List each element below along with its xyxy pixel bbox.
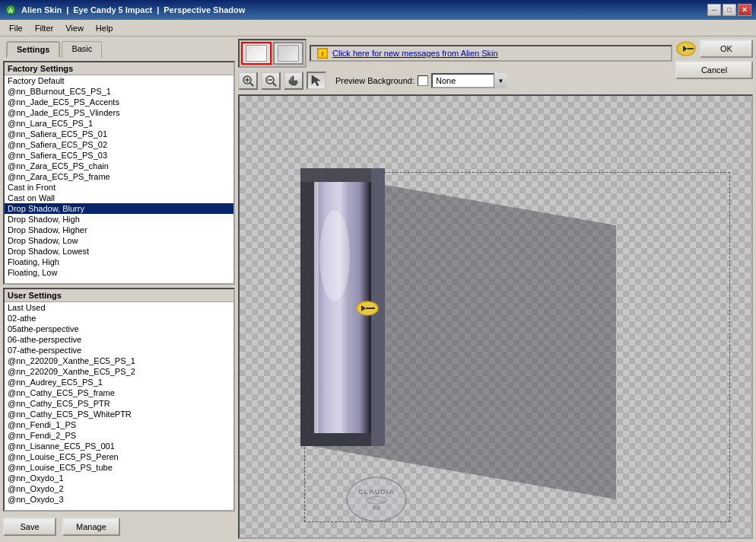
svg-text:A: A <box>8 7 14 14</box>
preview-bg-checkbox[interactable] <box>418 75 428 86</box>
toolbar-row: Preview Background: None White Black Gra… <box>238 70 753 91</box>
factory-settings-list[interactable]: Factory Default@nn_BBurnout_EC5_PS_1@nn_… <box>5 75 233 283</box>
user-list-item[interactable]: @nn_Cathy_EC5_PS_WhitePTR <box>5 409 233 419</box>
user-list-item[interactable]: @nn_Fendi_2_PS <box>5 430 233 441</box>
bottom-buttons: Save Manage <box>3 515 235 539</box>
svg-point-23 <box>319 210 350 301</box>
factory-list-item[interactable]: @nn_Jade_EC5_PS_Accents <box>5 97 233 107</box>
user-settings-header: User Settings <box>5 289 233 302</box>
factory-list-item[interactable]: Cast in Front <box>5 182 233 193</box>
svg-line-12 <box>273 83 276 86</box>
preview-thumbs <box>238 39 307 68</box>
title-bar: A Alien Skin | Eye Candy 5 Impact | Pers… <box>0 0 756 20</box>
factory-list-item[interactable]: @nn_Zara_EC5_PS_chain <box>5 161 233 171</box>
tool-zoom-in-button[interactable] <box>238 72 258 90</box>
title-separator2: | <box>157 5 159 14</box>
factory-list-item[interactable]: Floating, Low <box>5 267 233 278</box>
menu-view[interactable]: View <box>59 22 90 34</box>
factory-list-item[interactable]: @nn_Zara_EC5_PS_frame <box>5 171 233 182</box>
tool-zoom-out-button[interactable] <box>261 72 281 90</box>
right-panel: ! Click here for new messages from Alien… <box>238 40 753 539</box>
preview-area: CLAUDIA PS <box>238 94 753 539</box>
user-list-item[interactable]: 07-athe-perspective <box>5 345 233 355</box>
preview-background-label: Preview Background: <box>335 76 415 85</box>
user-list-item[interactable]: @nn_Oxydo_2 <box>5 483 233 494</box>
factory-list-item[interactable]: Cast on Wall <box>5 193 233 203</box>
tab-basic[interactable]: Basic <box>62 41 102 58</box>
app-icon: A <box>5 4 17 16</box>
watermark-line2: PS <box>373 505 381 512</box>
title-separator1: | <box>66 5 68 14</box>
title-app-name: Alien Skin <box>21 5 62 14</box>
user-list-item[interactable]: 06-athe-perspective <box>5 334 233 345</box>
factory-settings-header: Factory Settings <box>5 62 233 75</box>
thumb-before[interactable] <box>241 42 272 65</box>
tool-arrow-button[interactable] <box>307 72 326 90</box>
user-list-item[interactable]: @nn_Oxydo_3 <box>5 494 233 505</box>
ok-icon <box>675 40 697 57</box>
factory-list-item[interactable]: @nn_Lara_EC5_PS_1 <box>5 118 233 129</box>
message-bar[interactable]: ! Click here for new messages from Alien… <box>310 45 672 62</box>
user-list-item[interactable]: @nn_Louise_EC5_PS_tube <box>5 462 233 473</box>
svg-rect-22 <box>314 182 319 433</box>
user-list-item[interactable]: 02-athe <box>5 313 233 324</box>
svg-text:!: ! <box>322 50 324 58</box>
cursor-hint <box>355 300 380 318</box>
menu-help[interactable]: Help <box>90 22 119 34</box>
left-panel: Settings Basic Factory Settings Factory … <box>3 40 235 539</box>
tab-settings[interactable]: Settings <box>6 41 60 58</box>
user-list-item[interactable]: @nn_Audrey_EC5_PS_1 <box>5 377 233 387</box>
menu-filter[interactable]: Filter <box>29 22 59 34</box>
message-text: Click here for new messages from Alien S… <box>332 49 498 58</box>
menu-bar: File Filter View Help <box>0 20 756 37</box>
user-list-item[interactable]: @nn_Cathy_EC5_PS_frame <box>5 387 233 398</box>
manage-button[interactable]: Manage <box>62 518 120 536</box>
user-list-item[interactable]: @nn_Louise_EC5_PS_Peren <box>5 451 233 462</box>
svg-marker-14 <box>312 75 320 86</box>
factory-list-item[interactable]: @nn_Safiera_EC5_PS_02 <box>5 139 233 150</box>
title-plugin-name: Eye Candy 5 Impact <box>73 5 152 14</box>
svg-line-8 <box>250 83 253 86</box>
factory-list-item[interactable]: Drop Shadow, Lowest <box>5 246 233 257</box>
factory-list-item[interactable]: Factory Default <box>5 75 233 86</box>
factory-list-item[interactable]: @nn_Jade_EC5_PS_Vlinders <box>5 107 233 118</box>
close-button[interactable]: ✕ <box>738 4 751 16</box>
right-toolbar: ! Click here for new messages from Alien… <box>238 40 753 67</box>
user-list-item[interactable]: @nn_Oxydo_1 <box>5 473 233 483</box>
save-button[interactable]: Save <box>3 518 56 536</box>
ok-btn-wrapper: OK <box>675 40 753 58</box>
tool-hand-button[interactable] <box>284 72 303 90</box>
menu-file[interactable]: File <box>3 22 29 34</box>
factory-list-item[interactable]: @nn_Safiera_EC5_PS_03 <box>5 150 233 161</box>
user-settings-list[interactable]: Last Used02-athe05athe-perspective06-ath… <box>5 302 233 510</box>
ok-button[interactable]: OK <box>700 40 753 58</box>
factory-list-item[interactable]: Drop Shadow, High <box>5 214 233 225</box>
watermark-line1: CLAUDIA <box>358 488 395 496</box>
maximize-button[interactable]: □ <box>723 4 736 16</box>
factory-list-item[interactable]: Drop Shadow, Low <box>5 235 233 246</box>
user-list-item[interactable]: @nn_Fendi_1_PS <box>5 419 233 430</box>
watermark: CLAUDIA PS <box>346 477 407 522</box>
minimize-button[interactable]: ─ <box>707 4 721 16</box>
thumb-after[interactable] <box>273 42 303 65</box>
tab-bar: Settings Basic <box>3 40 235 58</box>
user-list-item[interactable]: @nn_220209_Xanthe_EC5_PS_2 <box>5 366 233 377</box>
factory-settings-section: Factory Settings Factory Default@nn_BBur… <box>3 61 235 285</box>
watermark-circle: CLAUDIA PS <box>346 477 407 522</box>
factory-list-item[interactable]: Drop Shadow, Higher <box>5 225 233 235</box>
dropdown-arrow-icon: ▼ <box>494 73 507 88</box>
factory-list-item[interactable]: Drop Shadow, Blurry <box>5 203 233 214</box>
user-list-item[interactable]: @nn_Lisanne_EC5_PS_001 <box>5 441 233 451</box>
factory-list-item[interactable]: @nn_Safiera_EC5_PS_01 <box>5 129 233 139</box>
factory-list-item[interactable]: Floating, High <box>5 257 233 267</box>
user-list-item[interactable]: @nn_220209_Xanthe_EC5_PS_1 <box>5 355 233 366</box>
factory-list-item[interactable]: @nn_BBurnout_EC5_PS_1 <box>5 86 233 97</box>
svg-rect-16 <box>300 168 314 446</box>
preview-bg-select: None White Black Gray ▼ <box>418 73 507 88</box>
user-list-item[interactable]: @nn_Cathy_EC5_PS_PTR <box>5 398 233 409</box>
checkerboard-bg: CLAUDIA PS <box>240 96 751 537</box>
message-icon: ! <box>317 48 328 59</box>
user-list-item[interactable]: 05athe-perspective <box>5 324 233 334</box>
title-effect-name: Perspective Shadow <box>164 5 245 14</box>
user-list-item[interactable]: Last Used <box>5 302 233 313</box>
